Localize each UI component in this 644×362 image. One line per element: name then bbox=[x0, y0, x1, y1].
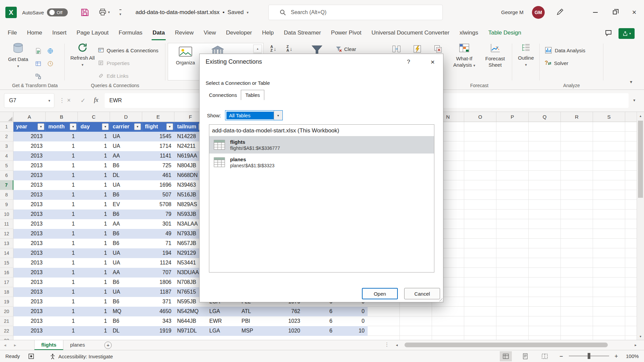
cell-R23[interactable] bbox=[561, 336, 593, 340]
col-header-E[interactable]: E bbox=[142, 112, 174, 122]
sheet-tab-planes[interactable]: planes bbox=[63, 340, 92, 350]
cell-S16[interactable] bbox=[593, 268, 625, 278]
cell-E7[interactable]: 1696 bbox=[142, 180, 174, 190]
cell-E15[interactable]: 1124 bbox=[142, 258, 174, 268]
cell-C1[interactable]: day▾ bbox=[78, 122, 110, 132]
cell-Q21[interactable] bbox=[529, 316, 561, 326]
cell-D1[interactable]: carrier▾ bbox=[110, 122, 142, 132]
col-header-A[interactable]: A bbox=[13, 112, 46, 122]
cell-F21[interactable]: N644JB bbox=[174, 316, 207, 326]
cell-C22[interactable]: 1 bbox=[78, 326, 110, 336]
autosave-toggle[interactable]: AutoSave Off bbox=[22, 8, 68, 16]
col-header-B[interactable]: B bbox=[46, 112, 78, 122]
cell-E14[interactable]: 194 bbox=[142, 248, 174, 258]
page-layout-view-button[interactable] bbox=[519, 351, 531, 361]
cell-B23[interactable] bbox=[46, 336, 78, 340]
cell-S3[interactable] bbox=[593, 141, 625, 151]
cell-O6[interactable] bbox=[464, 171, 496, 180]
cell-Q17[interactable] bbox=[529, 278, 561, 287]
cell-Q7[interactable] bbox=[529, 180, 561, 190]
cell-E23[interactable] bbox=[142, 336, 174, 340]
sheet-nav-right-icon[interactable]: ▸ bbox=[10, 343, 20, 348]
cell-E21[interactable]: 343 bbox=[142, 316, 174, 326]
cell-O13[interactable] bbox=[464, 239, 496, 248]
sheet-nav-left-icon[interactable]: ◂ bbox=[0, 343, 10, 348]
text-to-columns-icon[interactable] bbox=[392, 44, 401, 54]
cell-A2[interactable]: 2013 bbox=[13, 132, 46, 141]
cell-P21[interactable] bbox=[496, 316, 529, 326]
row-header-5[interactable]: 5 bbox=[0, 161, 13, 171]
cell-A22[interactable]: 2013 bbox=[13, 326, 46, 336]
cell-S14[interactable] bbox=[593, 248, 625, 258]
cell-Q12[interactable] bbox=[529, 229, 561, 239]
cell-R18[interactable] bbox=[561, 287, 593, 297]
customize-quick-access-icon[interactable]: ▾ bbox=[119, 9, 121, 17]
col-header-O[interactable]: O bbox=[464, 112, 496, 122]
row-header-6[interactable]: 6 bbox=[0, 171, 13, 180]
flash-fill-icon[interactable] bbox=[413, 44, 422, 54]
cell-S11[interactable] bbox=[593, 219, 625, 229]
name-box-dropdown-icon[interactable]: ▾ bbox=[45, 99, 54, 103]
cell-A7[interactable]: 2013 bbox=[13, 180, 46, 190]
cell-C9[interactable]: 1 bbox=[78, 200, 110, 209]
cell-R3[interactable] bbox=[561, 141, 593, 151]
cell-E8[interactable]: 507 bbox=[142, 190, 174, 200]
col-header-Q[interactable]: Q bbox=[529, 112, 561, 122]
cell-P16[interactable] bbox=[496, 268, 529, 278]
cell-P4[interactable] bbox=[496, 151, 529, 161]
cell-P2[interactable] bbox=[496, 132, 529, 141]
cell-C18[interactable]: 1 bbox=[78, 287, 110, 297]
cell-R20[interactable] bbox=[561, 307, 593, 316]
cell-A3[interactable]: 2013 bbox=[13, 141, 46, 151]
cell-D18[interactable]: UA bbox=[110, 287, 142, 297]
cell-C6[interactable]: 1 bbox=[78, 171, 110, 180]
cell-Q14[interactable] bbox=[529, 248, 561, 258]
properties-button[interactable]: Properties bbox=[98, 58, 129, 68]
ribbon-tab-formulas[interactable]: Formulas bbox=[114, 26, 148, 40]
cell-E19[interactable]: 371 bbox=[142, 297, 174, 307]
cell-R2[interactable] bbox=[561, 132, 593, 141]
restore-button[interactable] bbox=[605, 0, 625, 25]
cell-K20[interactable]: 0 bbox=[335, 307, 368, 316]
cell-P10[interactable] bbox=[496, 209, 529, 219]
filter-button-D[interactable]: ▾ bbox=[134, 123, 141, 130]
filter-button-A[interactable]: ▾ bbox=[38, 123, 44, 130]
scroll-down-icon[interactable]: ▾ bbox=[637, 333, 644, 340]
cell-B16[interactable]: 1 bbox=[46, 268, 78, 278]
cell-C14[interactable]: 1 bbox=[78, 248, 110, 258]
cell-C13[interactable]: 1 bbox=[78, 239, 110, 248]
excel-logo-icon[interactable]: X bbox=[5, 7, 17, 18]
zoom-slider-thumb[interactable] bbox=[588, 353, 590, 359]
cell-J21[interactable]: 6 bbox=[303, 316, 335, 326]
cell-D23[interactable] bbox=[110, 336, 142, 340]
cell-D15[interactable]: UA bbox=[110, 258, 142, 268]
cell-A11[interactable]: 2013 bbox=[13, 219, 46, 229]
cell-O1[interactable] bbox=[464, 122, 496, 132]
cell-E13[interactable]: 71 bbox=[142, 239, 174, 248]
cell-E22[interactable]: 1919 bbox=[142, 326, 174, 336]
row-header-11[interactable]: 11 bbox=[0, 219, 13, 229]
cell-N20[interactable] bbox=[432, 307, 464, 316]
cell-B12[interactable]: 1 bbox=[46, 229, 78, 239]
insert-function-icon[interactable]: fx bbox=[94, 97, 98, 104]
cell-E12[interactable]: 49 bbox=[142, 229, 174, 239]
minimize-button[interactable] bbox=[586, 0, 605, 25]
cell-S13[interactable] bbox=[593, 239, 625, 248]
normal-view-button[interactable] bbox=[500, 351, 512, 361]
cell-S23[interactable] bbox=[593, 336, 625, 340]
edit-links-button[interactable]: Edit Links bbox=[98, 71, 128, 80]
cell-O18[interactable] bbox=[464, 287, 496, 297]
cell-R11[interactable] bbox=[561, 219, 593, 229]
cell-A14[interactable]: 2013 bbox=[13, 248, 46, 258]
cell-A9[interactable]: 2013 bbox=[13, 200, 46, 209]
macro-record-icon[interactable] bbox=[28, 353, 34, 359]
cell-N23[interactable] bbox=[432, 336, 464, 340]
cell-S4[interactable] bbox=[593, 151, 625, 161]
cell-O16[interactable] bbox=[464, 268, 496, 278]
cell-D3[interactable]: UA bbox=[110, 141, 142, 151]
connection-item-planes[interactable]: planesplanes!$A$1:$I$3323 bbox=[209, 154, 434, 171]
cell-S10[interactable] bbox=[593, 209, 625, 219]
row-header-18[interactable]: 18 bbox=[0, 287, 13, 297]
ribbon-tab-power-pivot[interactable]: Power Pivot bbox=[326, 26, 367, 40]
cell-N22[interactable] bbox=[432, 326, 464, 336]
